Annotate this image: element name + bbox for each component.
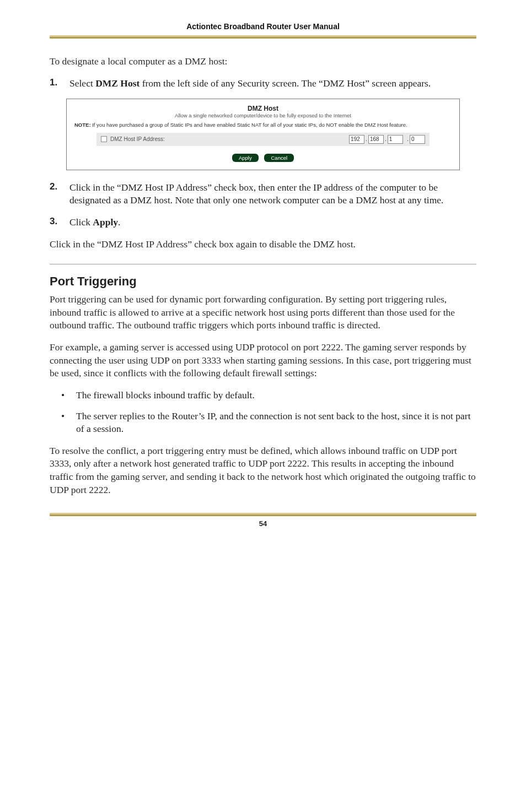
dmz-host-screenshot: DMZ Host Allow a single networked comput… <box>66 99 460 170</box>
apply-button[interactable]: Apply <box>232 154 259 162</box>
bullet-text: The server replies to the Router’s IP, a… <box>76 410 476 436</box>
step-text-bold: Apply <box>93 216 118 228</box>
ip-octet-1[interactable]: 192 <box>349 135 364 144</box>
dmz-host-checkbox[interactable] <box>101 136 107 142</box>
after-steps-paragraph: Click in the “DMZ Host IP Address” check… <box>50 238 476 251</box>
bullet-icon: • <box>50 410 76 436</box>
step-text-pre: Click <box>69 216 93 228</box>
step-text-post: from the left side of any Security scree… <box>139 78 431 89</box>
ss-button-row: Apply Cancel <box>74 154 452 162</box>
steps-list: 1. Select DMZ Host from the left side of… <box>50 77 476 90</box>
step-number: 2. <box>50 181 69 207</box>
dmz-ip-row: DMZ Host IP Address: 192. 168. 1 . 0 <box>96 133 430 146</box>
intro-paragraph: To designate a local computer as a DMZ h… <box>50 55 476 68</box>
steps-list-cont: 2. Click in the “DMZ Host IP Address” ch… <box>50 181 476 229</box>
list-item: • The server replies to the Router’s IP,… <box>50 410 476 436</box>
dmz-ip-label-wrap: DMZ Host IP Address: <box>101 136 349 142</box>
ss-note-bold: NOTE: <box>74 122 91 128</box>
ss-note: NOTE: If you have purchased a group of S… <box>74 122 452 128</box>
step-text-bold: DMZ Host <box>95 78 139 89</box>
step-1: 1. Select DMZ Host from the left side of… <box>50 77 476 90</box>
ss-title: DMZ Host <box>74 105 452 112</box>
pt-paragraph-2: For example, a gaming server is accessed… <box>50 341 476 380</box>
cancel-button[interactable]: Cancel <box>264 154 294 162</box>
dmz-ip-label: DMZ Host IP Address: <box>110 136 165 142</box>
page-header-title: Actiontec Broadband Router User Manual <box>50 22 476 35</box>
step-body: Click in the “DMZ Host IP Address” check… <box>69 181 476 207</box>
bullet-text: The firewall blocks inbound traffic by d… <box>76 389 255 402</box>
page-number: 54 <box>50 519 476 528</box>
ip-octet-2[interactable]: 168 <box>368 135 384 144</box>
ss-subtitle: Allow a single networked computer/device… <box>74 112 452 118</box>
port-triggering-heading: Port Triggering <box>50 274 476 289</box>
ip-octet-4[interactable]: 0 <box>410 135 425 144</box>
pt-paragraph-3: To resolve the conflict, a port triggeri… <box>50 445 476 497</box>
step-text-post: . <box>118 216 120 228</box>
list-item: • The firewall blocks inbound traffic by… <box>50 389 476 402</box>
pt-bullet-list: • The firewall blocks inbound traffic by… <box>50 389 476 436</box>
pt-paragraph-1: Port triggering can be used for dynamic … <box>50 293 476 332</box>
dmz-ip-inputs: 192. 168. 1 . 0 <box>349 135 425 144</box>
section-divider <box>50 264 476 264</box>
step-2: 2. Click in the “DMZ Host IP Address” ch… <box>50 181 476 207</box>
step-number: 1. <box>50 77 69 90</box>
step-text-pre: Select <box>69 78 95 89</box>
header-divider <box>50 35 476 39</box>
ip-octet-3[interactable]: 1 <box>388 135 403 144</box>
step-body: Select DMZ Host from the left side of an… <box>69 77 431 90</box>
step-number: 3. <box>50 216 69 229</box>
step-body: Click Apply. <box>69 216 120 229</box>
ss-note-rest: If you have purchased a group of Static … <box>91 122 407 128</box>
step-3: 3. Click Apply. <box>50 216 476 229</box>
bullet-icon: • <box>50 389 76 402</box>
footer-divider <box>50 513 476 516</box>
